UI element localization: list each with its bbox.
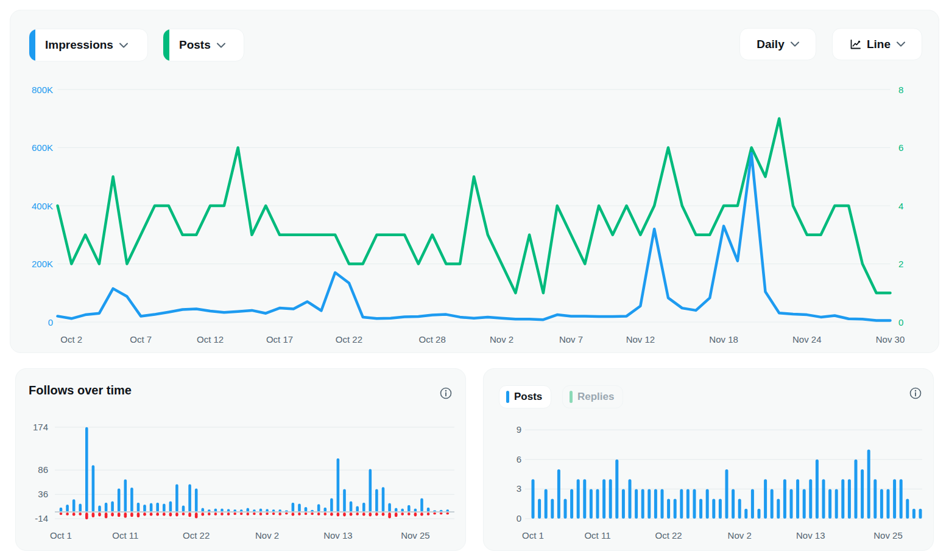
unfollow-bar <box>343 513 346 516</box>
unfollow-bar <box>66 513 69 516</box>
unfollow-bar <box>182 513 185 516</box>
unfollow-bar <box>253 513 256 515</box>
unfollow-bar <box>350 513 353 516</box>
post-bar <box>783 479 786 519</box>
follow-bar <box>143 505 146 512</box>
period-dropdown[interactable]: Daily <box>739 28 816 60</box>
unfollow-bar <box>369 513 372 516</box>
post-bar <box>777 499 780 519</box>
unfollow-bar <box>298 513 301 516</box>
post-bar <box>887 489 890 519</box>
post-bar <box>712 499 715 519</box>
follow-bar <box>343 489 346 512</box>
post-bar <box>622 489 625 519</box>
chevron-down-icon <box>119 43 128 48</box>
posts-bars <box>532 450 922 519</box>
post-bar <box>557 469 560 519</box>
post-bar <box>641 489 644 519</box>
unfollow-bar <box>433 513 436 514</box>
post-bar <box>699 499 702 519</box>
follow-bar <box>98 506 101 512</box>
follow-bar <box>305 507 308 512</box>
follow-bar <box>118 489 121 512</box>
follow-bar <box>375 489 378 512</box>
unfollow-bar <box>278 513 281 516</box>
unfollow-bar <box>79 513 82 516</box>
posts-metric-dropdown[interactable]: Posts <box>163 29 244 61</box>
axis-label: Nov 2 <box>490 334 513 345</box>
unfollow-bar <box>130 513 133 517</box>
axis-label: Nov 7 <box>559 334 583 345</box>
post-bar <box>629 479 632 519</box>
post-bar <box>667 499 670 519</box>
post-bar <box>835 489 838 519</box>
unfollow-bar <box>446 513 450 514</box>
axis-label: 800K <box>32 85 53 95</box>
post-bar <box>816 460 819 519</box>
unfollow-bar <box>440 513 443 514</box>
posts-dropdown-label: Posts <box>179 38 211 52</box>
unfollow-bar <box>208 513 211 516</box>
post-bar <box>538 499 541 519</box>
main-chart-card: 00200K2400K4600K6800K8Oct 2Oct 7Oct 12Oc… <box>10 10 939 353</box>
post-bar <box>738 499 741 519</box>
unfollow-bar <box>240 513 243 515</box>
unfollow-bar <box>311 513 314 515</box>
unfollow-bar <box>330 513 333 516</box>
axis-label: 8 <box>898 85 903 95</box>
axis-label: Nov 25 <box>873 530 903 541</box>
chart-type-dropdown[interactable]: Line <box>832 28 922 60</box>
axis-label: Oct 1 <box>50 530 72 541</box>
period-dropdown-label: Daily <box>757 38 784 51</box>
chart-type-dropdown-label: Line <box>867 38 891 51</box>
follow-bar <box>169 501 172 512</box>
post-bar <box>867 450 870 519</box>
follow-bar <box>330 499 333 512</box>
axis-label: 6 <box>517 454 521 464</box>
unfollow-bar <box>324 513 327 516</box>
axis-label: Nov 13 <box>796 530 825 541</box>
axis-label: 200K <box>32 259 53 269</box>
unfollow-bar <box>414 513 417 516</box>
unfollow-bar <box>285 513 288 514</box>
follow-bar <box>407 505 411 512</box>
unfollow-bar <box>150 513 153 516</box>
follow-bar <box>195 489 198 512</box>
unfollow-bar <box>105 513 108 519</box>
axis-label: 6 <box>898 142 903 153</box>
unfollow-bar <box>362 513 365 516</box>
post-bar <box>828 489 831 519</box>
axis-label: Nov 2 <box>728 530 752 541</box>
chevron-down-icon <box>791 41 799 47</box>
post-bar <box>790 489 793 519</box>
follow-bar <box>156 503 159 512</box>
impressions-metric-dropdown[interactable]: Impressions <box>29 29 148 61</box>
unfollow-bar <box>259 513 263 516</box>
post-bar <box>744 509 747 519</box>
follow-bar <box>356 506 359 512</box>
follow-bar <box>111 501 114 512</box>
follow-bar <box>427 508 430 512</box>
axis-label: Oct 11 <box>584 530 610 541</box>
follow-bar <box>337 458 340 512</box>
post-bar <box>906 499 909 519</box>
axis-label: Oct 1 <box>522 530 544 541</box>
post-bar <box>719 499 722 519</box>
axis-label: 174 <box>33 422 48 432</box>
axis-label: Nov 24 <box>792 334 822 345</box>
post-bar <box>609 479 612 519</box>
chevron-down-icon <box>897 41 905 47</box>
impressions-accent-bar <box>29 29 35 61</box>
unfollow-bar <box>214 513 217 516</box>
unfollow-bar <box>72 513 76 516</box>
follow-bar <box>317 504 320 512</box>
axis-label: Oct 22 <box>336 334 362 345</box>
axis-label: 9 <box>517 424 521 435</box>
post-bar <box>686 489 690 519</box>
unfollow-bar <box>220 513 224 516</box>
post-bar <box>551 499 554 519</box>
unfollow-bar <box>420 513 423 516</box>
post-bar <box>647 489 651 519</box>
unfollow-bar <box>85 513 88 519</box>
follows-chart-canvas: 1748636-14Oct 1Oct 11Oct 22Nov 2Nov 13No… <box>16 369 465 550</box>
